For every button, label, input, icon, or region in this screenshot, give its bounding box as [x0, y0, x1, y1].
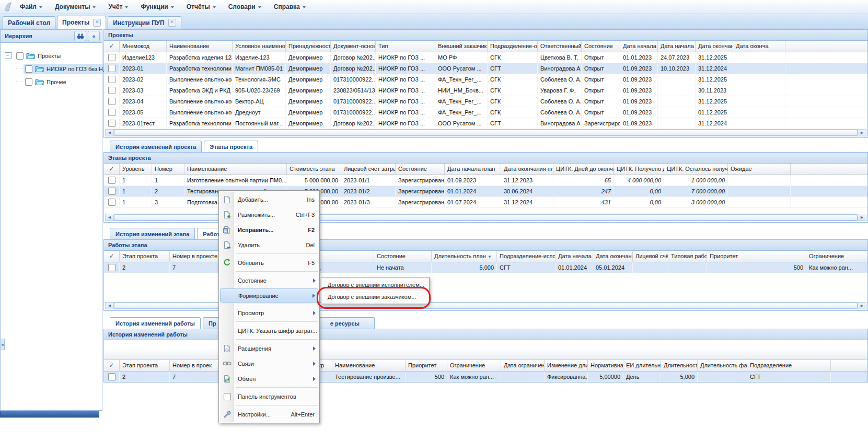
find-icon[interactable] [74, 31, 86, 41]
workspace-tab[interactable]: Проекты✕ [57, 16, 106, 29]
context-menu-item[interactable]: Исправить...F2 [220, 222, 318, 237]
select-all-header[interactable]: ✓ [104, 41, 120, 52]
column-header[interactable]: Длительность план▼ [432, 251, 497, 262]
tree-node-inner[interactable]: НИОКР по ГОЗ без НДС [24, 64, 114, 74]
context-menu-item[interactable]: ОбновитьF5 [220, 255, 318, 270]
scroll-right-icon[interactable]: ▶ [858, 130, 866, 136]
scroll-left-icon[interactable]: ◀ [106, 214, 114, 221]
column-header[interactable]: Лицевой счёт затр [633, 251, 668, 262]
column-header[interactable]: Этап проекта [120, 251, 170, 262]
scroll-right-icon[interactable]: ▶ [858, 214, 866, 221]
column-header[interactable]: Дата начала план. [620, 41, 658, 52]
column-header[interactable]: Подразделение [747, 360, 831, 371]
table-row[interactable]: 2023-01тестРазработка технологии и...Пос… [104, 118, 867, 129]
context-menu-item[interactable]: Обмен [220, 371, 318, 386]
column-header[interactable]: Ответственный [538, 41, 582, 52]
tree-node-inner[interactable]: Прочее [24, 77, 70, 87]
scroll-left-icon[interactable]: ◀ [106, 130, 114, 136]
row-checkbox[interactable] [108, 54, 115, 61]
select-all-header[interactable]: ✓ [104, 251, 120, 262]
menu-1[interactable]: Файл [20, 3, 42, 10]
column-header[interactable]: Лицевой счёт затрат. [341, 164, 396, 175]
column-header[interactable]: Типовая работа [668, 251, 707, 262]
table-row[interactable]: Изделие123Разработка изделия 123Изделие-… [104, 52, 867, 63]
column-header[interactable]: Принадлежность [286, 41, 331, 52]
collapse-sidebar-icon[interactable]: « [88, 31, 100, 41]
menu-2[interactable]: Документы [55, 3, 96, 10]
row-checkbox[interactable] [108, 120, 115, 127]
context-menu-item[interactable]: Добавить...Ins [220, 192, 318, 207]
menu-7[interactable]: Справка [274, 3, 306, 10]
section-tab[interactable]: История изменений проекта [110, 141, 202, 152]
table-row[interactable]: 2023-04Выполнение опытно-конс...Вектор-А… [104, 96, 867, 107]
column-header[interactable]: Внешний заказчик [435, 41, 488, 52]
column-header[interactable]: ЦИТК. Получено д/с [614, 164, 664, 175]
column-header[interactable]: Номер в проек [170, 360, 220, 371]
column-header[interactable]: Состояние [582, 41, 620, 52]
row-checkbox[interactable] [108, 76, 115, 83]
context-menu-item[interactable]: ⚙Расширения [220, 341, 318, 356]
collapse-handle-icon[interactable]: ◄ [0, 339, 5, 350]
tree-node-label[interactable]: НИОКР по ГОЗ без НДС [47, 66, 111, 72]
column-header[interactable]: Длительность пла [661, 360, 698, 371]
column-header[interactable]: Нормативная длит [588, 360, 623, 371]
context-menu-item[interactable]: ЦИТК. Указать шифр затрат... [220, 323, 318, 338]
menu-5[interactable]: Отчёты [187, 3, 216, 10]
row-checkbox[interactable] [108, 188, 115, 195]
column-header[interactable]: Изменение длител [545, 360, 588, 371]
column-header[interactable]: Тип [376, 41, 435, 52]
column-header[interactable]: Состояние [374, 251, 432, 262]
table-row[interactable]: 11Изготовление опытной партии ПМ0...5 00… [104, 175, 867, 186]
row-checkbox[interactable] [108, 199, 115, 206]
menu-3[interactable]: Учёт [108, 3, 128, 10]
table-row[interactable]: 2023-03Разработка ЭКД и РКД н...905-U020… [104, 85, 867, 96]
menu-6[interactable]: Словари [228, 3, 261, 10]
column-header[interactable]: Дата окончания план [593, 251, 633, 262]
close-icon[interactable]: ✕ [93, 19, 101, 27]
column-header[interactable]: Подразделение-от [488, 41, 538, 52]
column-header[interactable]: Наименование [167, 41, 233, 52]
tree-node[interactable]: НИОКР по ГОЗ без НДС [5, 62, 100, 75]
column-header[interactable]: Ожидае [728, 164, 791, 175]
column-header[interactable]: Дата начала план [445, 164, 501, 175]
select-all-header[interactable]: ✓ [104, 164, 120, 175]
column-header[interactable]: Дата окончания план [501, 164, 553, 175]
row-checkbox[interactable] [108, 109, 115, 116]
tree-node-label[interactable]: Проекты [38, 53, 61, 59]
column-header[interactable]: ЦИТК. Дней до окончания [553, 164, 614, 175]
column-header[interactable]: Дата начала план. [555, 251, 593, 262]
h-scrollbar[interactable]: ◀▶ [105, 129, 866, 136]
row-checkbox[interactable] [108, 177, 115, 184]
scroll-right-icon[interactable]: ▶ [858, 303, 866, 309]
row-checkbox[interactable] [108, 87, 115, 94]
section-tab[interactable]: История изменений работы [110, 317, 201, 329]
context-menu-item[interactable]: УдалитьDel [220, 237, 318, 252]
column-header[interactable]: Дата ограничения [501, 360, 545, 371]
column-header[interactable]: ЦИТК. Осталось получить д/с [664, 164, 728, 175]
row-checkbox[interactable] [108, 98, 115, 105]
context-menu-item[interactable]: Формирование [220, 288, 318, 303]
column-header[interactable]: Ограничение [806, 251, 868, 262]
select-all-header[interactable]: ✓ [104, 360, 120, 371]
column-header[interactable]: Наименование [332, 360, 406, 371]
column-header[interactable]: Длительность фак [698, 360, 747, 371]
row-checkbox[interactable] [108, 373, 115, 380]
tree-checkbox[interactable] [25, 78, 32, 86]
close-icon[interactable]: ✕ [168, 19, 176, 27]
section-tab[interactable]: История изменений этапа [110, 228, 195, 239]
tree-node-label[interactable]: Прочее [47, 79, 66, 85]
column-header[interactable]: Документ-основан [331, 41, 376, 52]
column-header[interactable]: Уровень [120, 164, 152, 175]
column-header[interactable]: Стоимость этапа [287, 164, 341, 175]
column-header[interactable]: Номер в проекте [170, 251, 220, 262]
column-header[interactable]: Номер [152, 164, 184, 175]
table-row[interactable]: 2023-01Разработка технологии и...Магнит … [104, 63, 867, 74]
scroll-left-icon[interactable]: ◀ [106, 303, 114, 309]
collapse-expander-icon[interactable] [5, 52, 11, 59]
column-header[interactable]: Состояние [396, 164, 445, 175]
tree-node-inner[interactable]: Проекты [15, 51, 64, 61]
context-menu-item[interactable]: Панель инструментов [220, 389, 318, 404]
workspace-tab[interactable]: Рабочий стол [3, 16, 55, 29]
context-menu-item[interactable]: Связи [220, 356, 318, 371]
tree-node[interactable]: Проекты [5, 49, 100, 62]
